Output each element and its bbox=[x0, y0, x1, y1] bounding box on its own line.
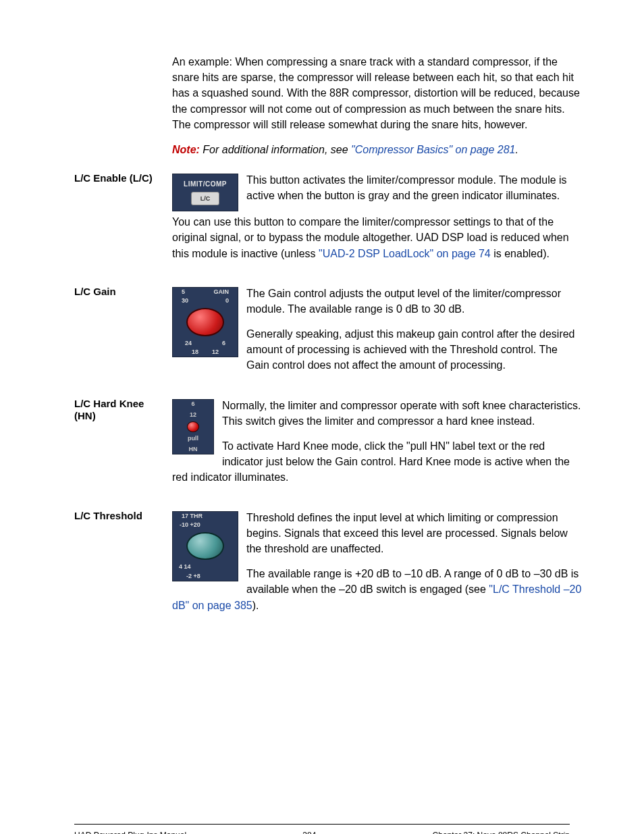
footer-right: Chapter 37: Neve 88RS Channel Strip bbox=[433, 830, 570, 834]
hn-led bbox=[187, 421, 199, 432]
note-link[interactable]: "Compressor Basics" on page 281 bbox=[351, 144, 515, 155]
note-label: Note: bbox=[172, 144, 200, 155]
note-text: For additional information, see bbox=[203, 144, 351, 155]
lc-button: L/C bbox=[191, 192, 219, 205]
threshold-knob bbox=[186, 532, 224, 561]
hn-tick-12: 12 bbox=[190, 411, 196, 419]
thr-label: THR bbox=[190, 513, 203, 519]
hn-pull-label: pull bbox=[188, 434, 198, 443]
heading-lc-enable: L/C Enable (L/C) bbox=[74, 172, 165, 185]
thr-tick-14: 14 bbox=[184, 563, 191, 570]
loadlock-link[interactable]: "UAD-2 DSP LoadLock" on page 74 bbox=[319, 248, 491, 259]
lc-thr-p2b: ). bbox=[252, 600, 259, 611]
limit-comp-button-icon: LIMIT/COMP L/C bbox=[172, 174, 238, 211]
thr-tick-17: 17 bbox=[182, 513, 188, 519]
gain-tick-5: 5 bbox=[182, 288, 185, 296]
footer-center: - 384 - bbox=[298, 830, 321, 834]
limit-comp-label: LIMIT/COMP bbox=[184, 180, 227, 190]
threshold-knob-icon: 17 THR -10 +20 4 14 -2 +8 bbox=[172, 511, 238, 581]
hard-knee-icon: 6 12 pull HN bbox=[172, 399, 214, 454]
thr-tick-n2: -2 bbox=[186, 573, 192, 579]
footer-left: UAD Powered Plug-Ins Manual bbox=[74, 830, 186, 834]
page-footer: UAD Powered Plug-Ins Manual - 384 - Chap… bbox=[74, 824, 570, 834]
hn-hn-label: HN bbox=[189, 445, 198, 454]
note-tail: . bbox=[516, 144, 518, 155]
gain-tick-6: 6 bbox=[222, 339, 225, 348]
hn-tick-6: 6 bbox=[191, 400, 194, 409]
gain-knob-icon: 5 GAIN 30 0 24 6 18 12 bbox=[172, 287, 238, 357]
heading-lc-gain: L/C Gain bbox=[74, 286, 165, 298]
gain-knob bbox=[186, 308, 224, 336]
gain-tick-18: 18 bbox=[192, 348, 198, 357]
lc-hn-p2: To activate Hard Knee mode, click the "p… bbox=[172, 438, 583, 486]
lc-hn-p1: Normally, the limiter and compressor ope… bbox=[172, 398, 583, 429]
gain-label: GAIN bbox=[214, 288, 230, 296]
thr-tick-p8: +8 bbox=[194, 573, 200, 579]
thr-tick-4: 4 bbox=[179, 563, 182, 570]
gain-tick-24: 24 bbox=[185, 339, 192, 348]
gain-tick-0: 0 bbox=[225, 296, 229, 305]
gain-tick-12: 12 bbox=[212, 348, 219, 357]
heading-lc-threshold: L/C Threshold bbox=[74, 510, 165, 523]
thr-tick-p20: +20 bbox=[190, 521, 200, 528]
lc-enable-p2b: is enabled). bbox=[491, 248, 549, 259]
intro-paragraph: An example: When compressing a snare tra… bbox=[172, 54, 583, 132]
note-line: Note: For additional information, see "C… bbox=[172, 142, 583, 157]
heading-lc-hn: L/C Hard Knee (HN) bbox=[74, 398, 165, 423]
gain-tick-30: 30 bbox=[182, 296, 188, 305]
lc-enable-p2: You can use this button to compare the l… bbox=[172, 214, 583, 261]
thr-tick-n10: -10 bbox=[180, 521, 188, 528]
